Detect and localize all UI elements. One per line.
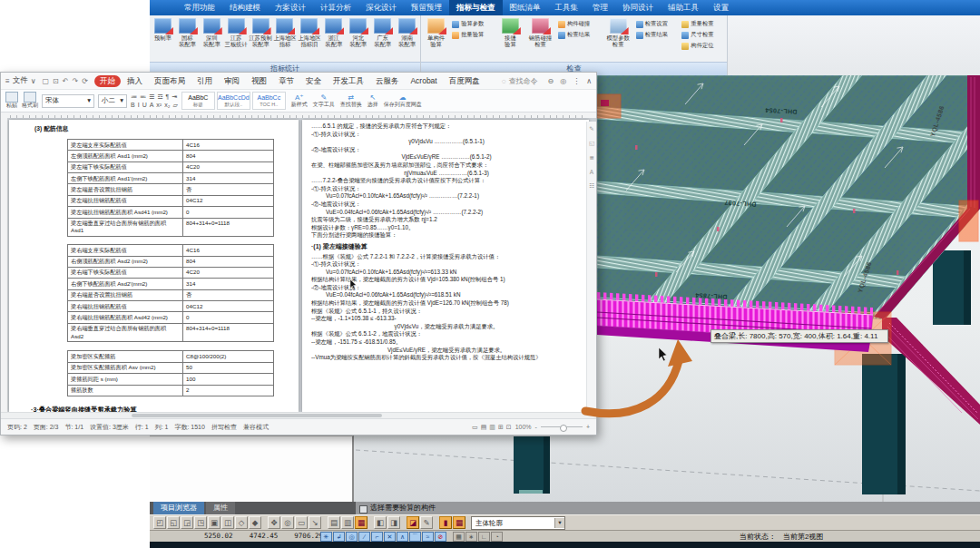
- ribbon-button[interactable]: 江苏 三板统计: [224, 17, 249, 48]
- snap-toggle-icon[interactable]: ✕: [384, 532, 396, 542]
- file-menu[interactable]: ≡ 文件 ∨: [5, 75, 36, 86]
- zoom-slider[interactable]: [541, 426, 583, 427]
- view-toolbar-icon[interactable]: [322, 516, 327, 529]
- qat-icon[interactable]: ↷: [73, 77, 79, 85]
- ribbon-button[interactable]: 上海地区 指标旧: [297, 17, 321, 48]
- ribbon-small-button[interactable]: 检查结果: [636, 31, 679, 39]
- toolbar-tool-button[interactable]: ⇄ 查找替换: [340, 93, 362, 108]
- snap-toggle-icon[interactable]: ⌐: [371, 532, 383, 542]
- format-icon[interactable]: ¶: [166, 93, 170, 101]
- wps-tab[interactable]: 章节: [273, 75, 299, 87]
- view-toolbar-icon[interactable]: ▦: [453, 516, 466, 529]
- view-mode-icon[interactable]: ⊞: [498, 424, 504, 431]
- qat-icon[interactable]: ⟳: [82, 77, 88, 85]
- format-icon[interactable]: x₂: [164, 102, 170, 109]
- cad-ribbon-tab[interactable]: 工具集: [548, 0, 586, 15]
- view-toolbar-icon[interactable]: ◎: [281, 516, 294, 529]
- format-icon[interactable]: I: [138, 102, 140, 109]
- ribbon-button-joint-check[interactable]: 接缝 验算: [496, 17, 524, 48]
- panel-tab[interactable]: 属性: [206, 502, 235, 514]
- window-control-icon[interactable]: ⋮: [573, 77, 580, 85]
- ribbon-button[interactable]: 湖南 装配率: [395, 17, 419, 48]
- zoom-in-button[interactable]: +: [586, 424, 590, 430]
- side-tool-icon[interactable]: ✎: [589, 125, 593, 132]
- ribbon-button[interactable]: 广东 装配率: [370, 17, 395, 48]
- wps-tab[interactable]: 安全: [300, 75, 327, 87]
- snap-toggle-icon[interactable]: ⌒: [409, 532, 421, 542]
- view-toolbar-icon[interactable]: ◆: [249, 516, 261, 529]
- snap-toggle-icon[interactable]: ✳: [320, 532, 332, 542]
- wps-tab[interactable]: 百度网盘: [444, 75, 485, 87]
- cad-ribbon-tab[interactable]: 预留预埋: [404, 0, 449, 15]
- format-icon[interactable]: U: [142, 102, 147, 109]
- view-toolbar-icon[interactable]: ◱: [167, 516, 180, 529]
- snap-toggle-icon[interactable]: ↲: [333, 532, 345, 542]
- cad-ribbon-tab[interactable]: 常用功能: [177, 0, 222, 15]
- wps-tab[interactable]: 插入: [122, 75, 148, 87]
- ribbon-small-button[interactable]: 构件碰撞: [558, 20, 601, 28]
- ribbon-small-button[interactable]: 验算参数: [452, 20, 495, 28]
- column[interactable]: [514, 436, 550, 494]
- view-toolbar-icon[interactable]: [401, 516, 406, 529]
- ribbon-button[interactable]: 河北 装配率: [346, 17, 370, 48]
- wps-tab[interactable]: 视图: [246, 75, 272, 87]
- side-tool-icon[interactable]: A: [590, 169, 593, 175]
- view-toolbar-icon[interactable]: ◧: [374, 516, 387, 529]
- command-prompt[interactable]: 选择需要验算的构件: [356, 502, 980, 514]
- qat-icon[interactable]: ↶: [63, 77, 69, 85]
- cad-ribbon-tab[interactable]: 协同设计: [615, 0, 661, 15]
- ribbon-button[interactable]: 浙江 装配率: [321, 17, 346, 48]
- snap-toggle-icon[interactable]: ◔: [491, 532, 503, 542]
- cad-ribbon-tab[interactable]: 设置: [706, 0, 736, 15]
- ribbon-small-button[interactable]: 检查设置: [636, 20, 679, 28]
- view-mode-icon[interactable]: ▭: [472, 424, 478, 431]
- view-toolbar-icon[interactable]: ◪: [407, 516, 419, 529]
- wps-tab[interactable]: Acrobat: [405, 75, 442, 87]
- view-toolbar-icon[interactable]: ◲: [181, 516, 193, 529]
- snap-toggle-icon[interactable]: ∟: [478, 532, 490, 542]
- view-toolbar-icon[interactable]: ▤: [328, 516, 340, 529]
- view-toolbar-icon[interactable]: [368, 516, 373, 529]
- document-page-1[interactable]: (3) 配筋信息 梁左端支座实际配筋值 4C16 左侧顶筋配筋面积 Asd1 (…: [9, 120, 299, 412]
- paste-button[interactable]: 粘贴: [5, 92, 18, 109]
- format-icon[interactable]: A: [150, 102, 154, 109]
- ribbon-small-button[interactable]: 检查结果: [558, 31, 601, 39]
- column[interactable]: [933, 250, 971, 325]
- toolbar-tool-button[interactable]: A⁺ 新样式: [291, 93, 308, 108]
- wps-tab[interactable]: 开发工具: [328, 75, 369, 87]
- format-icon[interactable]: ☰: [149, 93, 154, 101]
- snap-toggle-icon[interactable]: ⊘: [435, 532, 446, 542]
- format-icon[interactable]: ⇥: [172, 93, 177, 101]
- format-icon[interactable]: x²: [156, 102, 162, 109]
- view-toolbar-icon[interactable]: ◇: [235, 516, 248, 529]
- view-toolbar-icon[interactable]: ▮: [439, 516, 452, 529]
- style-chip[interactable]: AaBbCc TOC H..: [252, 92, 286, 110]
- snap-toggle-icon[interactable]: ◎: [346, 532, 358, 542]
- snap-toggle-icon[interactable]: ▦: [453, 532, 465, 542]
- toolbar-tool-button[interactable]: ✎ 文字工具: [313, 93, 335, 108]
- font-size-select[interactable]: 小二▾: [98, 94, 127, 108]
- qat-icon[interactable]: ▢: [43, 77, 50, 85]
- snap-toggle-icon[interactable]: ∗: [466, 532, 477, 542]
- ribbon-button-rebar-collision[interactable]: 钢筋碰撞 检查: [524, 17, 556, 48]
- wps-tab[interactable]: 云服务: [370, 75, 405, 87]
- format-painter-button[interactable]: 格式刷: [22, 92, 38, 109]
- wps-tab[interactable]: 引用: [191, 75, 218, 87]
- cad-ribbon-tab[interactable]: 方案设计: [268, 0, 313, 15]
- panel-tab[interactable]: 项目浏览器: [153, 502, 204, 514]
- view-toolbar-icon[interactable]: ◫: [221, 516, 234, 529]
- view-toolbar-icon[interactable]: ↘: [309, 516, 321, 529]
- view-toolbar-icon[interactable]: [434, 516, 438, 529]
- wps-tab[interactable]: 页面布局: [149, 75, 191, 87]
- side-tool-icon[interactable]: ☷: [589, 182, 594, 190]
- project-browser-panel[interactable]: [150, 435, 354, 502]
- cad-ribbon-tab[interactable]: 辅助工具: [661, 0, 706, 15]
- ribbon-button[interactable]: 预制率: [151, 17, 175, 41]
- document-page-2[interactable]: ……6.5.1 的规定，接缝的受剪承载力应符合下列规定：-①-持久设计状况：γ0…: [302, 120, 589, 412]
- style-chip[interactable]: AaBbC 标题: [181, 92, 215, 110]
- view-toolbar-icon[interactable]: ▥: [341, 516, 354, 529]
- view-toolbar-icon[interactable]: ✎: [420, 516, 433, 529]
- snap-toggle-icon[interactable]: ∕: [358, 532, 370, 542]
- format-icon[interactable]: ☲: [157, 93, 162, 101]
- ribbon-button[interactable]: 国标 装配率: [175, 17, 200, 48]
